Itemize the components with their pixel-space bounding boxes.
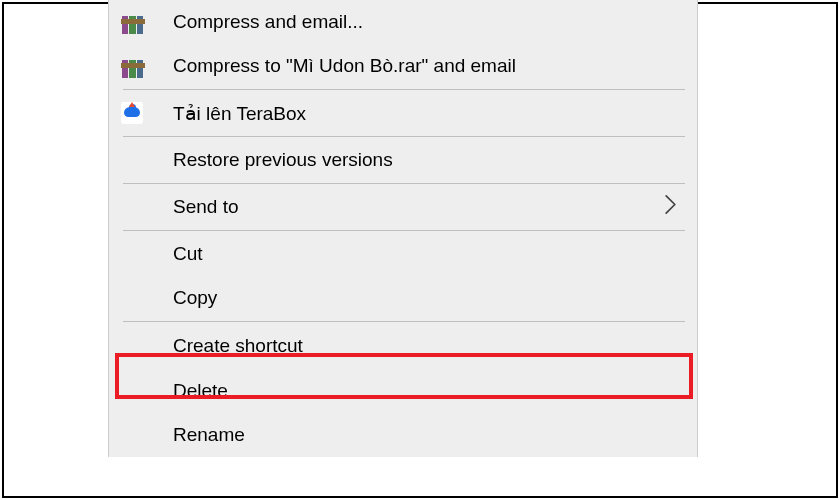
menu-item-label: Compress to "Mì Udon Bò.rar" and email [173,55,697,77]
menu-item-label: Cut [173,243,697,265]
menu-item-label: Create shortcut [173,335,697,357]
menu-item-terabox-upload[interactable]: Tải lên TeraBox [109,91,697,135]
menu-separator [123,136,685,137]
menu-item-label: Compress and email... [173,11,697,33]
menu-separator [123,230,685,231]
menu-item-copy[interactable]: Copy [109,276,697,320]
menu-item-compress-named-email[interactable]: Compress to "Mì Udon Bò.rar" and email [109,44,697,88]
menu-item-delete[interactable]: Delete [109,369,697,413]
winrar-icon [121,54,173,78]
menu-item-compress-email[interactable]: Compress and email... [109,0,697,44]
menu-item-label: Restore previous versions [173,149,697,171]
terabox-icon [121,102,173,124]
menu-item-label: Rename [173,424,697,446]
menu-item-label: Tải lên TeraBox [173,102,697,125]
menu-item-rename[interactable]: Rename [109,413,697,457]
menu-separator [123,89,685,90]
winrar-icon [121,10,173,34]
menu-item-restore-versions[interactable]: Restore previous versions [109,138,697,182]
menu-separator [123,321,685,322]
menu-item-cut[interactable]: Cut [109,232,697,276]
menu-separator [123,183,685,184]
menu-item-create-shortcut[interactable]: Create shortcut [109,323,697,369]
menu-item-send-to[interactable]: Send to [109,185,697,229]
chevron-right-icon [664,194,677,221]
menu-item-label: Copy [173,287,697,309]
menu-item-label: Send to [173,196,697,218]
menu-item-label: Delete [173,380,697,402]
context-menu: Compress and email... Compress to "Mì Ud… [108,0,698,457]
